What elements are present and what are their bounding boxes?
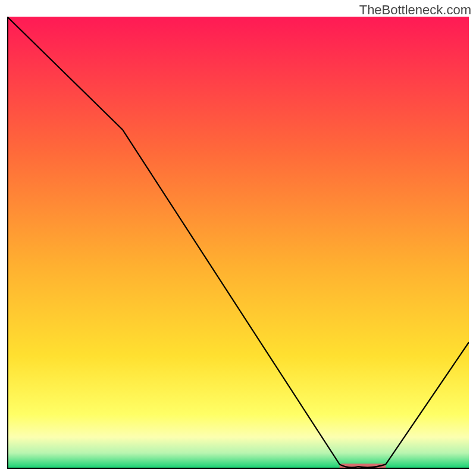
watermark-text: TheBottleneck.com	[359, 2, 471, 18]
chart-area	[7, 17, 469, 469]
chart-svg	[7, 17, 469, 469]
